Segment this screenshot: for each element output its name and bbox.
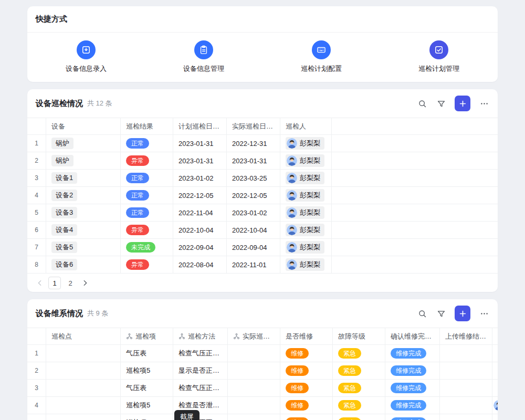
cell-inspection-item[interactable]: 气压表 [121,380,173,396]
cell-inspection-item[interactable]: 巡检项5 [121,414,173,420]
cell-result[interactable]: 异常 [121,256,173,273]
cell-maintainer[interactable] [492,362,498,379]
row-index[interactable]: 2 [27,152,46,169]
row-index[interactable]: 7 [27,239,46,256]
cell-inspection-method[interactable]: 检查气压正… [173,380,228,396]
cell-inspector[interactable]: 彭梨梨 [280,222,332,238]
cell-result[interactable]: 正常 [121,187,173,204]
cell-result[interactable]: 未完成 [121,239,173,256]
column-header[interactable]: 巡检结果 [121,118,173,134]
cell-inspection-item[interactable]: 巡检项5 [121,397,173,414]
cell-result[interactable]: 正常 [121,204,173,221]
cell-device[interactable]: 锅炉 [46,152,121,169]
cell-actual-date[interactable]: 2022-11-01 [227,256,280,273]
row-index[interactable]: 5 [27,414,46,420]
cell-device[interactable]: 锅炉 [46,135,121,152]
cell-result[interactable]: 异常 [121,222,173,238]
cell-plan-date[interactable]: 2023-01-02 [173,170,227,186]
column-header[interactable]: 故障等级 [333,328,385,344]
cell-inspector[interactable]: 彭梨梨 [280,239,332,256]
add-record-button[interactable] [455,306,470,321]
cell-actual[interactable] [228,380,280,396]
shortcut-inspection-plan-manage[interactable]: 巡检计划管理 [380,40,498,74]
row-index[interactable]: 4 [27,187,46,204]
row-index[interactable]: 3 [27,380,46,396]
cell-repair[interactable]: 维修 [280,345,333,362]
cell-inspection-point[interactable] [46,345,121,362]
column-header[interactable]: 计划巡检日… [173,118,227,134]
cell-repair[interactable]: 维修 [280,414,333,420]
row-index[interactable]: 1 [27,345,46,362]
cell-actual-date[interactable]: 2022-10-04 [227,222,280,238]
row-index[interactable]: 4 [27,397,46,414]
cell-actual-date[interactable]: 2023-03-25 [227,170,280,186]
filter-icon[interactable] [436,308,446,319]
cell-plan-date[interactable]: 2022-09-04 [173,239,227,256]
cell-result[interactable]: 正常 [121,135,173,152]
row-index[interactable]: 8 [27,256,46,273]
cell-maintainer[interactable] [492,397,498,414]
cell-upload-result[interactable] [440,414,492,420]
cell-fault-level[interactable]: 紧急 [333,397,385,414]
cell-actual[interactable] [228,362,280,379]
cell-inspection-point[interactable] [46,380,121,396]
cell-inspector[interactable]: 彭梨梨 [280,152,332,169]
page-button-1[interactable]: 1 [48,277,61,289]
cell-device[interactable]: 设备3 [46,204,121,221]
cell-confirm-repair[interactable]: 维修完成 [385,414,440,420]
cell-repair[interactable]: 维修 [280,397,333,414]
chevron-right-icon[interactable] [80,278,90,288]
cell-upload-result[interactable] [440,380,492,396]
cell-fault-level[interactable]: 紧急 [333,414,385,420]
add-record-button[interactable] [455,96,470,111]
shortcut-device-info-entry[interactable]: 设备信息录入 [27,40,145,74]
cell-plan-date[interactable]: 2022-11-04 [173,204,227,221]
cell-inspector[interactable]: 彭梨梨 [280,256,332,273]
cell-confirm-repair[interactable]: 维修完成 [385,345,440,362]
cell-inspector[interactable]: 彭梨梨 [280,135,332,152]
column-header[interactable]: 巡检方法 [173,328,228,344]
cell-actual[interactable] [228,345,280,362]
chevron-left-icon[interactable] [35,278,45,288]
cell-inspection-item[interactable]: 气压表 [121,345,173,362]
cell-confirm-repair[interactable]: 维修完成 [385,362,440,379]
cell-maintainer[interactable] [492,345,498,362]
cell-inspection-method[interactable]: 检查气压正… [173,345,228,362]
column-header[interactable]: 巡检项 [121,328,173,344]
cell-maintainer[interactable] [492,380,498,396]
cell-plan-date[interactable]: 2023-01-31 [173,135,227,152]
cell-result[interactable]: 异常 [121,152,173,169]
column-header[interactable]: 巡检点 [46,328,121,344]
cell-device[interactable]: 设备2 [46,187,121,204]
cell-inspection-point[interactable] [46,362,121,379]
column-header-index[interactable] [27,328,46,344]
more-icon[interactable] [479,98,489,109]
cell-actual-date[interactable]: 2022-12-05 [227,187,280,204]
cell-actual-date[interactable]: 2022-12-31 [227,135,280,152]
page-button-2[interactable]: 2 [64,277,77,289]
column-header[interactable]: 实际巡检日… [227,118,280,134]
column-header-index[interactable] [27,118,46,134]
search-icon[interactable] [417,98,427,109]
column-header[interactable]: 是否维修 [280,328,333,344]
cell-confirm-repair[interactable]: 维修完成 [385,380,440,396]
cell-inspector[interactable]: 彭梨梨 [280,170,332,186]
cell-inspection-point[interactable] [46,397,121,414]
cell-fault-level[interactable]: 紧急 [333,362,385,379]
cell-plan-date[interactable]: 2023-01-31 [173,152,227,169]
cell-inspection-method[interactable]: 显示是否正… [173,362,228,379]
cell-device[interactable]: 设备5 [46,239,121,256]
cell-upload-result[interactable] [440,345,492,362]
cell-result[interactable]: 正常 [121,170,173,186]
cell-actual[interactable] [228,414,280,420]
cell-repair[interactable]: 维修 [280,362,333,379]
column-header[interactable]: 维… [492,328,498,344]
column-header[interactable]: 设备 [46,118,121,134]
column-header[interactable]: 确认维修完… [385,328,440,344]
cell-device[interactable]: 设备4 [46,222,121,238]
cell-inspection-item[interactable]: 巡检项5 [121,362,173,379]
cell-actual-date[interactable]: 2023-01-31 [227,152,280,169]
column-header[interactable]: 实际巡… [228,328,280,344]
cell-actual-date[interactable]: 2023-01-02 [227,204,280,221]
shortcut-device-info-manage[interactable]: 设备信息管理 [145,40,262,74]
